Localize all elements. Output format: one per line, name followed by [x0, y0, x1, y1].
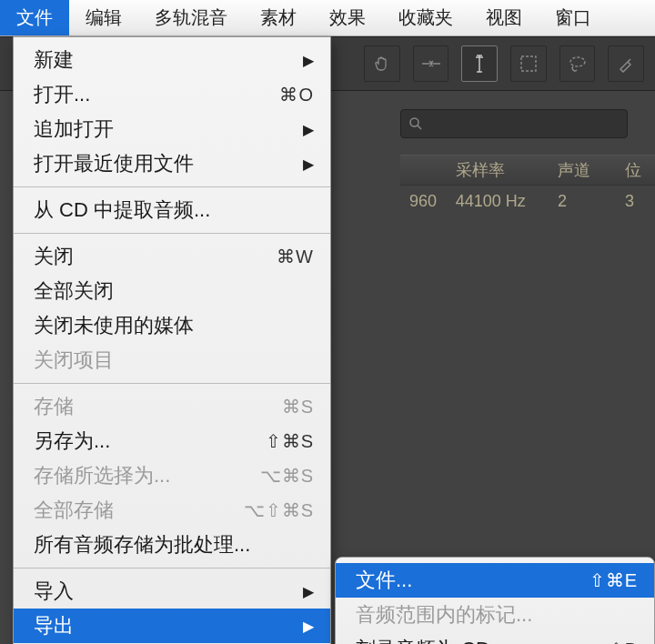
menu-separator: [14, 186, 330, 187]
svg-point-1: [570, 57, 585, 66]
menu-close-unused[interactable]: 关闭未使用的媒体: [14, 308, 330, 343]
cell-bits: 3: [616, 192, 655, 211]
export-file[interactable]: 文件...⇧⌘E: [336, 563, 654, 598]
menu-clip[interactable]: 素材: [244, 0, 313, 35]
brush-tool-icon[interactable]: [608, 45, 644, 82]
search-input[interactable]: [400, 109, 628, 138]
menu-edit[interactable]: 编辑: [69, 0, 138, 35]
col-sample-rate[interactable]: 采样率: [447, 159, 549, 181]
cell-channels: 2: [549, 192, 616, 211]
file-menu: 新建▶ 打开...⌘O 追加打开▶ 打开最近使用文件▶ 从 CD 中提取音频..…: [13, 36, 331, 644]
cell-num: 960: [400, 192, 447, 211]
menu-save-all-batch[interactable]: 所有音频存储为批处理...: [14, 528, 330, 562]
export-burn-cd[interactable]: 刻录音频为 CD...⇧B: [336, 632, 654, 644]
hand-tool-icon[interactable]: [364, 45, 400, 82]
menu-save-selection-as: 存储所选择为...⌥⌘S: [14, 458, 330, 493]
menu-close-all[interactable]: 全部关闭: [14, 274, 330, 308]
menu-close-project: 关闭项目: [14, 343, 330, 377]
menubar: 文件 编辑 多轨混音 素材 效果 收藏夹 视图 窗口: [0, 0, 655, 36]
menu-close[interactable]: 关闭⌘W: [14, 239, 330, 274]
chevron-right-icon: ▶: [303, 618, 314, 635]
menu-separator: [14, 383, 330, 384]
menu-separator: [14, 568, 330, 569]
cell-rate: 44100 Hz: [447, 192, 549, 211]
col-bitdepth[interactable]: 位: [616, 159, 655, 181]
menu-window[interactable]: 窗口: [539, 0, 608, 35]
svg-point-2: [410, 118, 418, 126]
menu-effects[interactable]: 效果: [313, 0, 382, 35]
columns-header: 采样率 声道 位: [400, 155, 655, 186]
menu-export[interactable]: 导出▶: [14, 609, 330, 643]
table-row[interactable]: 960 44100 Hz 2 3: [400, 186, 655, 216]
menu-separator: [14, 233, 330, 234]
menu-open[interactable]: 打开...⌘O: [14, 77, 330, 112]
lasso-tool-icon[interactable]: [559, 45, 596, 82]
menu-file[interactable]: 文件: [0, 0, 69, 35]
svg-line-3: [418, 126, 421, 129]
col-channels[interactable]: 声道: [549, 159, 616, 181]
menu-view[interactable]: 视图: [469, 0, 539, 35]
chevron-right-icon: ▶: [303, 52, 314, 69]
chevron-right-icon: ▶: [303, 121, 314, 138]
export-markers-in-range: 音频范围内的标记...: [336, 598, 654, 632]
menu-import[interactable]: 导入▶: [14, 574, 330, 609]
chevron-right-icon: ▶: [303, 583, 314, 600]
menu-extract-cd[interactable]: 从 CD 中提取音频...: [14, 193, 330, 227]
svg-rect-0: [521, 56, 536, 71]
marquee-tool-icon[interactable]: [510, 45, 547, 82]
menu-save: 存储⌘S: [14, 389, 330, 424]
search-icon: [408, 116, 423, 131]
menu-new[interactable]: 新建▶: [14, 43, 330, 77]
menu-multitrack[interactable]: 多轨混音: [138, 0, 244, 35]
razor-tool-icon[interactable]: [413, 45, 449, 82]
chevron-right-icon: ▶: [303, 156, 314, 173]
export-submenu: 文件...⇧⌘E 音频范围内的标记... 刻录音频为 CD...⇧B: [335, 557, 655, 644]
menu-save-as[interactable]: 另存为...⇧⌘S: [14, 424, 330, 458]
ibeam-tool-icon[interactable]: [461, 45, 498, 82]
menu-favorites[interactable]: 收藏夹: [382, 0, 469, 35]
menu-save-all: 全部存储⌥⇧⌘S: [14, 493, 330, 528]
menu-append-open[interactable]: 追加打开▶: [14, 112, 330, 146]
menu-open-recent[interactable]: 打开最近使用文件▶: [14, 146, 330, 181]
